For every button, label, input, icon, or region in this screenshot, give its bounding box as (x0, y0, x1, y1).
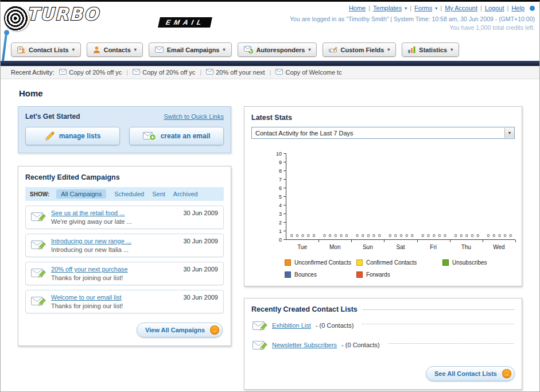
page-title: Home (19, 88, 522, 98)
legend-item-confirmed-contacts: Confirmed Contacts (356, 259, 442, 266)
y-axis-label: 4 (271, 203, 282, 208)
campaign-tab-archived[interactable]: Archived (173, 191, 198, 197)
nav-tab-contacts[interactable]: Contacts▾ (87, 42, 143, 57)
email-campaigns-icon (155, 46, 164, 53)
campaign-tab-scheduled[interactable]: Scheduled (114, 191, 144, 197)
contact-list-item[interactable]: Exhibition List- (0 Contacts) (251, 313, 515, 333)
nav-tab-contact-lists[interactable]: Contact Lists▾ (11, 42, 81, 57)
switch-to-quick-links[interactable]: Switch to Quick Links (164, 113, 224, 120)
recent-activity-item[interactable]: Copy of 20% off yc (59, 69, 122, 76)
recent-activity-item[interactable]: 20% off your next (206, 69, 265, 76)
campaign-filter-bar: SHOW: All CampaignsScheduledSentArchived (25, 187, 224, 201)
y-axis-label: 2 (271, 220, 282, 226)
bar-value-labels: 0 0 0 0 0 (319, 233, 352, 238)
y-axis-label: 5 (271, 194, 282, 200)
campaign-title-link[interactable]: 20% off your next purchase (51, 266, 128, 273)
statistics-icon (408, 46, 415, 53)
get-started-header: Let's Get Started Switch to Quick Links (25, 112, 224, 121)
stats-filter-value: Contact Activity for the Last 7 Days (255, 130, 353, 137)
campaign-title-link[interactable]: Welcome to our email list (51, 294, 123, 301)
campaign-title-link[interactable]: See us at the retail food ... (51, 209, 132, 216)
login-info: You are logged in as "Timothy Smith" | S… (290, 15, 535, 22)
list-edit-icon (252, 320, 267, 331)
bar-value-labels: 0 0 0 0 0 (450, 233, 483, 238)
x-axis-tick (450, 240, 450, 242)
chart-day-group: 0 0 0 0 0 (384, 154, 417, 239)
contact-list-item[interactable]: Newsletter Subscribers- (0 Contacts) (251, 333, 515, 352)
nav-divider-bar (1, 61, 539, 66)
legend-swatch (356, 271, 363, 278)
email-icon (206, 69, 213, 76)
turbo-email-logo[interactable]: TURBO EMAIL (4, 4, 212, 31)
chart-x-labels: TueMonSunSatFriThuWed (286, 244, 515, 250)
list-edit-icon (252, 339, 267, 351)
campaign-tab-sent[interactable]: Sent (152, 191, 165, 197)
contact-list-link[interactable]: Newsletter Subscribers (272, 341, 337, 348)
right-column: Latest Stats Contact Activity for the La… (244, 106, 522, 390)
main-content: Home Let's Get Started Switch to Quick L… (1, 79, 539, 390)
credits-info: You have 1,000 total credits left. (290, 24, 535, 31)
campaign-filter-tabs: All CampaignsScheduledSentArchived (56, 189, 197, 199)
nav-tab-statistics[interactable]: Statistics▾ (402, 42, 459, 57)
recent-activity-item[interactable]: Copy of Welcome tc (275, 69, 341, 76)
contact-list-link[interactable]: Exhibition List (272, 322, 311, 329)
see-all-label: See All Contact Lists (434, 370, 497, 377)
see-all-contact-lists-button[interactable]: See All Contact Lists → (426, 366, 515, 381)
dotted-divider (363, 309, 515, 310)
contact-list-items: Exhibition List- (0 Contacts)Newsletter … (251, 313, 515, 352)
caret-down-icon: ▾ (435, 6, 437, 11)
caret-down-icon: ▾ (223, 47, 225, 52)
top-link-home[interactable]: Home (349, 5, 366, 11)
notification-dot-icon (530, 6, 535, 11)
top-link-logout[interactable]: Logout (485, 5, 504, 11)
campaign-date: 30 Jun 2009 (183, 294, 218, 301)
email-edit-icon (31, 267, 46, 278)
campaign-tab-all-campaigns[interactable]: All Campaigns (56, 189, 106, 199)
campaign-subtitle: Thanks for joining our list! (51, 274, 128, 281)
top-link-help[interactable]: Help (511, 5, 525, 11)
x-axis-label: Wed (483, 244, 515, 250)
y-axis-label: 0 (271, 237, 282, 243)
custom-fields-icon (329, 46, 337, 53)
x-axis-label: Tue (286, 244, 318, 250)
top-link-templates[interactable]: Templates (373, 5, 402, 11)
stats-filter-dropdown[interactable]: Contact Activity for the Last 7 Days ▼ (251, 127, 515, 139)
campaign-row[interactable]: 20% off your next purchaseThanks for joi… (25, 262, 224, 285)
campaign-subtitle: Thanks for joining our list! (51, 302, 123, 309)
recent-activity-item[interactable]: Copy of 20% off yc (133, 69, 195, 76)
nav-tab-email-campaigns[interactable]: Email Campaigns▾ (149, 42, 232, 57)
pencil-icon (45, 131, 55, 141)
chart-day-group: 0 0 0 0 0 (352, 154, 384, 239)
nav-tab-custom-fields[interactable]: Custom Fields▾ (323, 42, 396, 57)
chart-day-group: 0 0 0 0 0 (286, 154, 319, 239)
x-axis-label: Fri (417, 244, 450, 250)
campaign-rows: See us at the retail food ...We're givin… (25, 205, 224, 313)
envelope-plus-icon (143, 131, 156, 141)
stats-panel-title: Latest Stats (251, 114, 515, 122)
turbo-email-dashboard: TURBO EMAIL Home|Templates▾|Forms▾|My Ac… (0, 0, 540, 392)
logo-email-text: EMAIL (158, 17, 213, 28)
x-axis-label: Mon (318, 244, 351, 250)
campaign-row[interactable]: Introducing our new range ...Introducing… (25, 234, 224, 257)
top-link-my-account[interactable]: My Account (445, 5, 477, 11)
top-link-forms[interactable]: Forms (414, 5, 432, 11)
campaign-row[interactable]: Welcome to our email listThanks for join… (25, 290, 224, 313)
y-axis-label: 7 (271, 177, 282, 183)
campaign-row[interactable]: See us at the retail food ...We're givin… (25, 205, 224, 229)
contact-lists-header: Recently Created Contact Lists (251, 305, 515, 313)
nav-tab-autoresponders[interactable]: Autoresponders▾ (238, 42, 317, 57)
campaign-subtitle: Introducing our new Italia ... (51, 246, 131, 253)
logo-turbo-text: TURBO (25, 4, 139, 25)
create-email-button[interactable]: create an email (129, 127, 224, 145)
stats-chart: 0123456789100 0 0 0 00 0 0 0 00 0 0 0 00… (252, 154, 512, 250)
campaign-title-link[interactable]: Introducing our new range ... (51, 238, 131, 244)
contact-lists-panel: Recently Created Contact Lists Exhibitio… (244, 298, 522, 390)
chart-day-group: 0 0 0 0 0 (450, 154, 483, 239)
latest-stats-panel: Latest Stats Contact Activity for the La… (244, 106, 522, 286)
get-started-title: Let's Get Started (25, 112, 80, 121)
manage-lists-button[interactable]: manage lists (25, 127, 120, 145)
y-axis-label: 10 (271, 151, 282, 157)
view-all-campaigns-button[interactable]: View All Campaigns → (137, 323, 223, 337)
recent-activity-label: Recent Activity: (11, 69, 54, 76)
x-axis-tick (515, 240, 516, 242)
